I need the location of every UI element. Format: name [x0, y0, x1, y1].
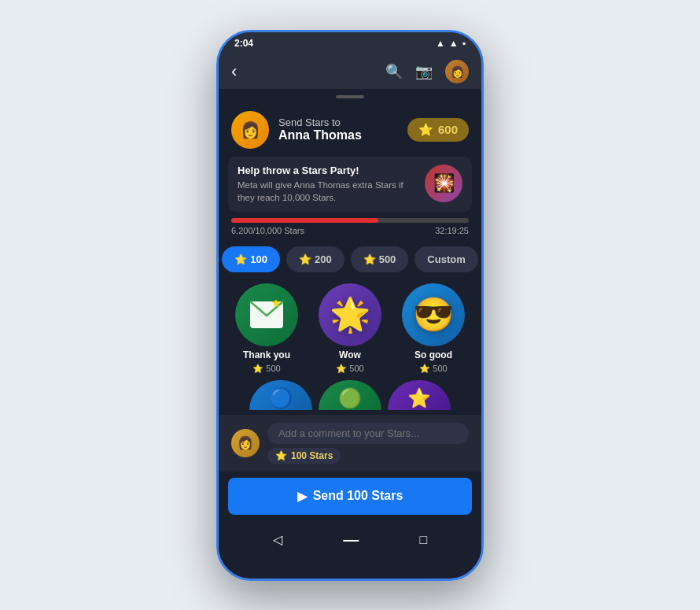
party-icon: 🎇 [425, 165, 462, 202]
sticker-wow-label: Wow [339, 349, 361, 360]
recipient-avatar: 👩 [231, 111, 269, 149]
progress-timer: 32:19:25 [435, 226, 469, 235]
stars-pill-label: 100 Stars [291, 450, 333, 461]
party-text: Help throw a Stars Party! Meta will give… [238, 165, 417, 204]
android-nav-bar: ◁ — □ [219, 521, 481, 559]
amount-100-button[interactable]: ⭐ 100 [222, 246, 280, 272]
stars-pill-icon: ⭐ [275, 450, 287, 461]
party-description: Meta will give Anna Thomas extra Stars i… [238, 179, 417, 204]
progress-labels: 6,200/10,000 Stars 32:19:25 [231, 226, 469, 235]
progress-bar-background [231, 218, 469, 223]
sheet-handle [336, 95, 364, 98]
navigation-bar: ‹ 🔍 📷 👩 [219, 54, 481, 89]
sticker-sogood-label: So good [414, 349, 452, 360]
amount-selector: ⭐ 100 ⭐ 200 ⭐ 500 Custom [219, 238, 481, 280]
sticker-sogood-star: ⭐ [419, 364, 430, 374]
partial-sticker-3: ⭐ [388, 380, 451, 410]
comment-input[interactable] [267, 423, 469, 444]
recipient-section: 👩 Send Stars to Anna Thomas ⭐ 600 [219, 102, 481, 157]
sticker-wow-cost-value: 500 [349, 364, 363, 373]
android-back-button[interactable]: ◁ [273, 532, 282, 547]
recipient-name: Anna Thomas [278, 128, 362, 142]
amount-custom-label: Custom [427, 253, 465, 265]
stars-icon: ⭐ [418, 123, 433, 137]
recipient-text: Send Stars to Anna Thomas [278, 116, 362, 142]
android-home-button[interactable]: — [343, 531, 359, 549]
sticker-thankyou-star: ⭐ [252, 364, 263, 374]
sticker-wow-cost: ⭐ 500 [336, 364, 363, 374]
amount-500-star-icon: ⭐ [363, 253, 376, 265]
sheet-handle-container [219, 89, 481, 102]
progress-bar-fill [231, 218, 378, 223]
send-button-icon: ▶ [297, 489, 307, 504]
sticker-sogood-cost-value: 500 [433, 364, 447, 373]
partial-sticker-3-emoji: ⭐ [407, 387, 431, 409]
phone-frame: 2:04 ▲ ▲ ▪ ‹ 🔍 📷 👩 👩 Send Stars to Anna … [216, 30, 484, 581]
comment-avatar: 👩 [231, 429, 260, 457]
amount-200-label: 200 [315, 253, 332, 265]
sticker-thankyou-cost: ⭐ 500 [252, 364, 280, 374]
sticker-wow-star: ⭐ [336, 364, 347, 374]
sticker-sogood-emoji: 😎 [413, 295, 454, 334]
sticker-thankyou[interactable]: Thank you ⭐ 500 [228, 283, 305, 374]
party-section: Help throw a Stars Party! Meta will give… [228, 157, 472, 212]
sticker-thankyou-svg [249, 300, 285, 330]
partial-sticker-2: 🟢 [319, 380, 381, 410]
camera-icon[interactable]: 📷 [415, 63, 433, 80]
back-icon[interactable]: ‹ [231, 61, 237, 82]
party-emoji: 🎇 [433, 173, 455, 194]
profile-avatar[interactable]: 👩 [445, 60, 469, 83]
partial-sticker-1-emoji: 🔵 [269, 387, 293, 409]
search-icon[interactable]: 🔍 [385, 63, 403, 80]
amount-custom-button[interactable]: Custom [414, 246, 477, 272]
amount-100-star-icon: ⭐ [234, 253, 247, 265]
stars-pill: ⭐ 100 Stars [267, 448, 341, 464]
amount-500-button[interactable]: ⭐ 500 [351, 246, 409, 272]
status-bar: 2:04 ▲ ▲ ▪ [219, 32, 481, 54]
stars-balance-amount: 600 [438, 123, 458, 136]
sticker-sogood-circle: 😎 [402, 283, 465, 346]
nav-right-icons: 🔍 📷 👩 [385, 60, 469, 83]
amount-200-button[interactable]: ⭐ 200 [286, 246, 344, 272]
party-title: Help throw a Stars Party! [238, 165, 417, 176]
sticker-sogood-cost: ⭐ 500 [419, 364, 447, 374]
comment-right: ⭐ 100 Stars [267, 423, 469, 464]
wifi-icon: ▲ [436, 38, 445, 49]
status-icons: ▲ ▲ ▪ [436, 38, 466, 49]
amount-100-label: 100 [250, 253, 267, 265]
stars-balance-badge: ⭐ 600 [407, 118, 469, 142]
sticker-wow-circle: 🌟 [319, 283, 381, 346]
sticker-thankyou-circle [235, 283, 298, 346]
sticker-thankyou-cost-value: 500 [266, 364, 280, 373]
amount-200-star-icon: ⭐ [299, 253, 311, 265]
sticker-wow-emoji: 🌟 [330, 295, 370, 334]
comment-section: 👩 ⭐ 100 Stars [219, 415, 481, 471]
progress-label: 6,200/10,000 Stars [231, 226, 304, 235]
partial-sticker-1: 🔵 [249, 380, 312, 410]
sticker-wow[interactable]: 🌟 Wow ⭐ 500 [311, 283, 389, 374]
android-recents-button[interactable]: □ [420, 533, 428, 547]
send-stars-button[interactable]: ▶ Send 100 Stars [228, 478, 472, 515]
send-to-label: Send Stars to [278, 116, 362, 128]
recipient-info: 👩 Send Stars to Anna Thomas [231, 111, 362, 149]
stickers-grid: Thank you ⭐ 500 🌟 Wow ⭐ 500 😎 So good [219, 280, 481, 380]
partial-stickers-row: 🔵 🟢 ⭐ [219, 380, 481, 415]
status-time: 2:04 [234, 38, 253, 49]
sticker-thankyou-label: Thank you [243, 349, 290, 360]
send-button-label: Send 100 Stars [313, 489, 403, 503]
amount-500-label: 500 [379, 253, 396, 265]
partial-sticker-2-emoji: 🟢 [338, 387, 362, 409]
signal-icon: ▲ [449, 38, 459, 49]
progress-section: 6,200/10,000 Stars 32:19:25 [219, 212, 481, 238]
battery-icon: ▪ [462, 38, 466, 49]
sticker-sogood[interactable]: 😎 So good ⭐ 500 [395, 283, 472, 374]
